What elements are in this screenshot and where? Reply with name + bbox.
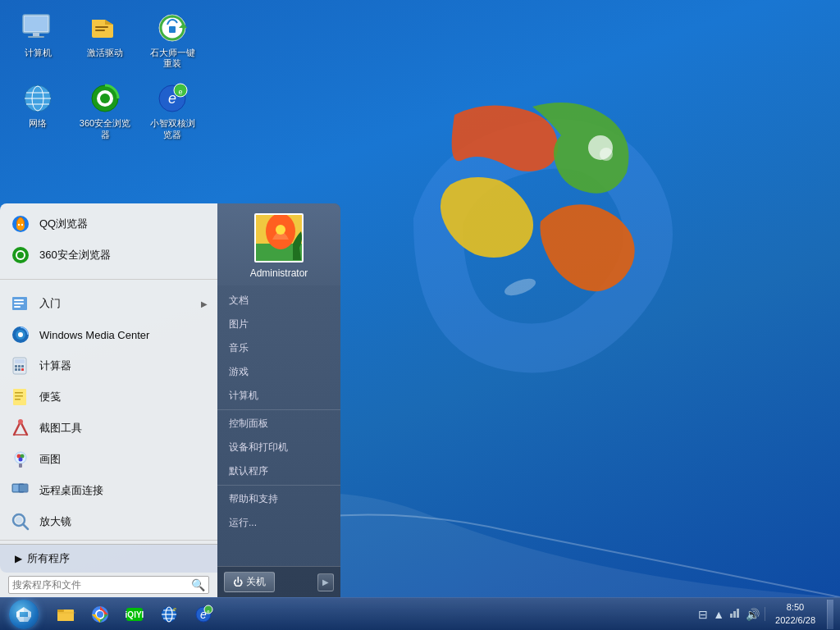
desktop-icon-xiaozhi-label: 小智双核浏览器 — [146, 118, 199, 139]
svg-rect-40 — [15, 359, 25, 363]
defaults-label: 默认程序 — [229, 465, 268, 477]
menu-item-calc[interactable]: 计算器 — [0, 350, 217, 381]
desktop-icon-360-label: 360安全浏览器 — [79, 118, 131, 139]
right-link-defaults[interactable]: 默认程序 — [217, 459, 340, 483]
menu-item-qq-label: QQ浏览器 — [39, 217, 88, 231]
menu-item-paint-label: 画图 — [39, 452, 61, 467]
snip-icon — [10, 418, 31, 439]
shutdown-button[interactable]: ⏻ 关机 — [224, 572, 275, 592]
taskbar-iqiyi[interactable]: iQIYI — [118, 600, 151, 629]
desktop-icons: 计算机 激活驱动 — [8, 8, 202, 144]
svg-rect-47 — [13, 389, 26, 405]
menu-item-notepad[interactable]: 便笺 — [0, 381, 217, 413]
run-label: 运行... — [229, 517, 257, 528]
menu-item-qq[interactable]: QQ浏览器 — [0, 208, 217, 240]
show-desktop-strip[interactable] — [827, 600, 833, 629]
avatar-image — [256, 215, 302, 261]
clock[interactable]: 8:50 2022/6/28 — [769, 601, 822, 627]
start-menu-bottom: ▶ 所有程序 — [0, 544, 217, 573]
menu-item-wmc[interactable]: Windows Media Center — [0, 319, 217, 350]
search-icon[interactable]: 🔍 — [191, 578, 205, 591]
desktop-icon-reinstall-label: 石大师一键重装 — [146, 48, 199, 69]
desktop: 计算机 激活驱动 — [0, 0, 840, 630]
svg-rect-49 — [15, 395, 23, 397]
svg-rect-8 — [95, 26, 108, 28]
right-link-devices[interactable]: 设备和打印机 — [217, 436, 340, 459]
tray-icon-show-desktop[interactable]: ⊟ — [698, 608, 708, 621]
taskbar-ie1[interactable]: e — [153, 600, 185, 629]
menu-item-360[interactable]: 360安全浏览器 — [0, 240, 217, 271]
menu-divider-1 — [0, 279, 217, 280]
desktop-curve — [266, 433, 840, 597]
menu-item-remote-label: 远程桌面连接 — [39, 483, 103, 498]
pics-label: 图片 — [229, 318, 249, 330]
taskbar-tray: ⊟ ▲ 🔊 8:50 2022/6/28 — [693, 600, 840, 629]
taskbar: iQIYI e e e — [0, 597, 840, 630]
menu-item-intro[interactable]: 入门 ▶ — [0, 288, 217, 319]
tray-icon-network[interactable] — [729, 607, 741, 621]
360-menu-icon — [10, 244, 31, 266]
menu-item-paint[interactable]: 画图 — [0, 444, 217, 475]
taskbar-explorer[interactable] — [49, 600, 82, 629]
svg-point-20 — [100, 94, 110, 103]
desktop-icon-360[interactable]: 360安全浏览器 — [75, 79, 135, 143]
shutdown-section: ⏻ 关机 ▶ — [217, 566, 340, 597]
svg-rect-45 — [18, 368, 21, 371]
desktop-icon-network-label: 网络 — [29, 118, 47, 129]
svg-point-53 — [18, 419, 23, 424]
right-link-run[interactable]: 运行... — [217, 511, 340, 535]
right-link-games[interactable]: 游戏 — [217, 360, 340, 384]
svg-rect-6 — [33, 33, 39, 36]
menu-item-magnifier[interactable]: 放大镜 — [0, 506, 217, 536]
recent-section: 入门 ▶ Windows Media Center — [0, 283, 217, 536]
desktop-icon-network[interactable]: 网络 — [8, 79, 67, 143]
menu-item-remote[interactable]: 远程桌面连接 — [0, 475, 217, 506]
right-divider-2 — [217, 485, 340, 486]
right-link-help[interactable]: 帮助和支持 — [217, 487, 340, 511]
svg-text:e: e — [173, 606, 176, 612]
taskbar-icons: iQIYI e e e — [49, 600, 693, 629]
start-menu: QQ浏览器 360安全浏览器 — [0, 203, 340, 597]
right-link-computer[interactable]: 计算机 — [217, 384, 340, 408]
all-programs-label: 所有程序 — [27, 551, 70, 566]
menu-item-snip[interactable]: 截图工具 — [0, 413, 217, 444]
reinstall-icon — [156, 11, 189, 44]
desktop-icon-activate[interactable]: 激活驱动 — [75, 8, 135, 72]
desktop-icon-reinstall[interactable]: 石大师一键重装 — [143, 8, 202, 72]
calc-icon — [10, 355, 31, 377]
qq-icon — [10, 213, 31, 235]
svg-rect-42 — [18, 365, 21, 368]
right-link-pics[interactable]: 图片 — [217, 313, 340, 336]
svg-rect-59 — [19, 463, 22, 468]
svg-rect-7 — [28, 36, 44, 38]
svg-point-38 — [18, 332, 23, 337]
all-programs-button[interactable]: ▶ 所有程序 — [10, 550, 75, 568]
right-link-music[interactable]: 音乐 — [217, 336, 340, 360]
svg-line-65 — [23, 524, 28, 529]
docs-label: 文档 — [229, 294, 249, 306]
svg-rect-5 — [25, 16, 48, 31]
desktop-icon-row-2: 网络 360安全浏览器 e — [8, 79, 202, 143]
start-button[interactable] — [2, 598, 46, 631]
svg-rect-50 — [15, 399, 21, 400]
start-menu-scroll: QQ浏览器 360安全浏览器 — [0, 203, 217, 536]
right-link-control[interactable]: 控制面板 — [217, 412, 340, 436]
tray-icon-volume[interactable]: 🔊 — [746, 608, 760, 621]
network-icon — [21, 82, 54, 115]
search-bar[interactable]: 🔍 — [8, 576, 209, 594]
desktop-icon-xiaozhi[interactable]: e e 小智双核浏览器 — [143, 79, 202, 143]
taskbar-chrome[interactable] — [84, 600, 116, 629]
username: Administrator — [250, 267, 308, 279]
windows-logo — [389, 66, 676, 377]
tray-icon-expand[interactable]: ▲ — [713, 608, 724, 621]
magnifier-icon — [10, 511, 31, 532]
desktop-icon-computer[interactable]: 计算机 — [8, 8, 67, 72]
svg-rect-33 — [14, 299, 24, 301]
menu-item-notepad-label: 便笺 — [39, 390, 61, 404]
search-input[interactable] — [12, 579, 188, 591]
right-link-docs[interactable]: 文档 — [217, 289, 340, 313]
taskbar-ie2[interactable]: e e — [187, 600, 220, 629]
user-avatar — [254, 213, 304, 262]
right-divider — [217, 409, 340, 410]
shutdown-arrow-button[interactable]: ▶ — [317, 573, 334, 591]
